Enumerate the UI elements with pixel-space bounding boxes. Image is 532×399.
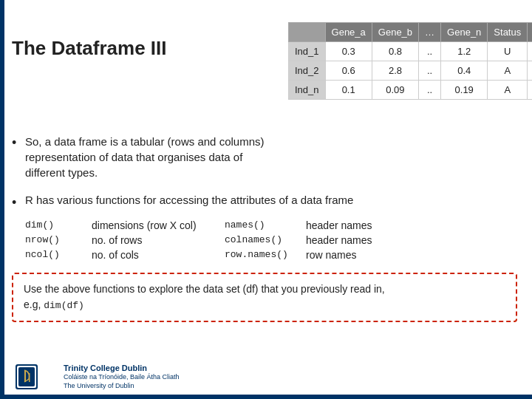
cell-ind2-gene-a: 0.6 (325, 61, 372, 81)
info-box-code: dim(df) (44, 300, 84, 311)
row-label-ind1: Ind_1 (289, 42, 326, 61)
func-desc-nrow: no. of rows (92, 234, 225, 246)
func-desc-rownames: row names (306, 249, 409, 261)
functions-grid: dim() dimensions (row X col) names() hea… (25, 219, 525, 261)
bullet-item-2: • R has various functions for accessing … (12, 194, 525, 211)
func-code-nrow: nrow() (25, 234, 92, 246)
func-desc-dim: dimensions (row X col) (92, 219, 225, 231)
tcd-logo-svg (14, 363, 55, 391)
cell-ind1-status: U (488, 42, 528, 61)
svg-rect-4 (29, 373, 30, 382)
func-code-rownames: row.names() (225, 249, 306, 261)
cell-indn-sex: M (528, 81, 532, 100)
table-row: Ind_1 0.3 0.8 .. 1.2 U M (289, 42, 533, 61)
svg-rect-3 (24, 370, 26, 382)
cell-ind2-sex: F (528, 61, 532, 81)
bullet-text-2: R has various functions for accessing th… (25, 194, 353, 206)
tcd-logo (12, 362, 56, 392)
cell-indn-status: A (488, 81, 528, 100)
row-label-indn: Ind_n (289, 81, 326, 100)
tcd-text-block: Trinity College Dublin Coláiste na Tríon… (64, 363, 180, 391)
func-code-names: names() (225, 219, 306, 231)
func-code-colnames: colnames() (225, 234, 306, 246)
func-desc-colnames: header names (306, 234, 409, 246)
bullet-dot-1: • (12, 135, 25, 151)
info-box-text-line2-prefix: e.g, (24, 299, 44, 310)
footer: Trinity College Dublin Coláiste na Tríon… (12, 362, 180, 392)
table-header-gene-n: Gene_n (441, 23, 488, 42)
cell-indn-gene-b: 0.09 (372, 81, 418, 100)
dataframe-table: Gene_a Gene_b … Gene_n Status Sex Ind_1 … (288, 22, 532, 100)
svg-rect-2 (18, 367, 35, 386)
table-header-empty (289, 23, 326, 42)
table-row: Ind_2 0.6 2.8 .. 0.4 A F (289, 61, 533, 81)
tcd-english-name: The University of Dublin (64, 382, 180, 391)
bullet-text-1: So, a data frame is a tabular (rows and … (25, 134, 285, 180)
cell-ind1-gene-n: 1.2 (441, 42, 488, 61)
tcd-main-name: Trinity College Dublin (64, 363, 180, 373)
func-code-dim: dim() (25, 219, 92, 231)
table-header-gene-a: Gene_a (325, 23, 372, 42)
bottom-accent-bar (0, 395, 532, 399)
bullet-item-1: • So, a data frame is a tabular (rows an… (12, 134, 285, 180)
dataframe-table-container: Gene_a Gene_b … Gene_n Status Sex Ind_1 … (288, 22, 517, 100)
cell-indn-gene-n: 0.19 (441, 81, 488, 100)
left-accent-bar (0, 0, 4, 399)
cell-indn-ellipsis: .. (419, 81, 441, 100)
tcd-irish-name: Coláiste na Tríonóide, Baile Átha Cliath (64, 373, 180, 382)
func-code-ncol: ncol() (25, 249, 92, 261)
main-content: The Dataframe III Gene_a Gene_b … Gene_n… (12, 15, 525, 384)
cell-ind1-gene-b: 0.8 (372, 42, 418, 61)
func-desc-ncol: no. of cols (92, 249, 225, 261)
cell-ind2-gene-b: 2.8 (372, 61, 418, 81)
bullet-section: • So, a data frame is a tabular (rows an… (12, 134, 525, 322)
table-row: Ind_n 0.1 0.09 .. 0.19 A M (289, 81, 533, 100)
row-label-ind2: Ind_2 (289, 61, 326, 81)
bullet-dot-2: • (12, 195, 25, 211)
table-header-gene-b: Gene_b (372, 23, 418, 42)
table-header-ellipsis: … (419, 23, 441, 42)
cell-ind1-ellipsis: .. (419, 42, 441, 61)
cell-ind2-gene-n: 0.4 (441, 61, 488, 81)
cell-ind2-ellipsis: .. (419, 61, 441, 81)
table-header-sex: Sex (528, 23, 532, 42)
func-desc-names: header names (306, 219, 409, 231)
cell-ind2-status: A (488, 61, 528, 81)
cell-ind1-gene-a: 0.3 (325, 42, 372, 61)
table-header-status: Status (488, 23, 528, 42)
info-box: Use the above functions to explore the d… (12, 273, 517, 322)
info-box-text-line1: Use the above functions to explore the d… (24, 283, 385, 295)
cell-indn-gene-a: 0.1 (325, 81, 372, 100)
cell-ind1-sex: M (528, 42, 532, 61)
